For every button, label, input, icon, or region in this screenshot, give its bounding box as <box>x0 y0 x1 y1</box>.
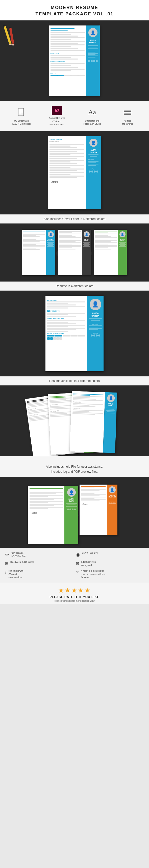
resume-right-panel: 👤 AMIRA GARCIA <box>86 26 100 96</box>
svg-rect-7 <box>124 113 131 115</box>
rl6 <box>51 41 85 42</box>
letter-size-icon <box>16 107 27 118</box>
help-icon: ? <box>76 570 79 576</box>
feature-typography: Aa Character and Paragraph Styles <box>74 105 110 127</box>
svg-rect-5 <box>124 110 131 112</box>
last-preview-section: envato ~ Sarah 👤 <box>0 477 149 548</box>
photo-placeholder: 👤 <box>88 28 97 37</box>
contact-details-label: DETAILS <box>88 159 98 160</box>
bottom-feature-editable: ✏ Fully editable INDESIGN Files. <box>5 551 73 558</box>
feature-layers: All files are layered <box>110 105 145 127</box>
section-header-3: SKILLS <box>51 73 85 74</box>
rl-work-title: WORK EXPERIENCE <box>47 318 85 320</box>
social-icons <box>88 60 98 62</box>
rs-right-2: 👤 ALFEO ORATE <box>82 230 91 275</box>
fanned2-green-card: ~ Sarah 👤 SARAH SMITH <box>28 486 78 544</box>
rl-skills-title: SKILL & INTERESTS <box>47 333 85 335</box>
feature-letter-size: US Letter Size (8.27 x 5.8 Inches) <box>4 105 39 127</box>
section-header-1: EDUCATION <box>51 53 85 54</box>
cover-photo: 👤 <box>89 139 97 147</box>
cover-main-area: AMIRA ARTELL Creative Director <box>48 136 86 209</box>
rl8 <box>51 44 85 45</box>
rs-left-1 <box>22 230 46 275</box>
multi-resume-cards: 👤 AARON MARTINEZ <box>22 230 127 275</box>
bottom-feature-cmyk: ◉ CMYK / 500 DPI <box>76 551 144 558</box>
fanned2-orange-card: ~ Aaron 👤 AARON MARTINEZ <box>80 485 117 535</box>
cover-letter-card: AMIRA ARTELL Creative Director <box>48 136 101 209</box>
rating-title: PLEASE RATE IT IF YOU LIKE <box>2 595 147 599</box>
rating-section: ★★★★★ PLEASE RATE IT IF YOU LIKE click s… <box>0 583 149 604</box>
f2-right-green: 👤 SARAH SMITH <box>64 486 78 544</box>
rl7 <box>51 43 78 44</box>
resume-available-label: Resume available in 4 different colors <box>0 376 149 385</box>
main-preview-section: envato EDUCATION WORK EXPERIENCE <box>0 21 149 101</box>
rl5 <box>51 39 71 40</box>
cover-letter-preview-section: envato AMIRA ARTELL Creative Director <box>0 131 149 214</box>
rl4 <box>51 37 85 38</box>
fc-right-blue: 👤 SARAH SMITH <box>103 392 117 453</box>
feature-typography-label: Character and Paragraph Styles <box>83 119 101 126</box>
interests-icons <box>47 337 85 340</box>
rl12 <box>51 55 85 56</box>
resume-dark: 👤 ALFEO ORATE <box>58 230 91 275</box>
section-header-2: WORK EXPERIENCE <box>51 61 85 63</box>
rl-social-label: SOCIAL <box>91 333 100 334</box>
bottom-feature-help: ? A help file is included for users assi… <box>76 569 144 579</box>
f2-right-orange: 👤 AARON MARTINEZ <box>107 485 117 535</box>
page-header: MODERN RESUME TEMPLATE PACKAGE VOL .01 <box>0 0 149 21</box>
skill-bars <box>51 75 85 76</box>
main-resume-card: EDUCATION WORK EXPERIENCE SKILLS 👤 AMIRA… <box>49 26 100 96</box>
help-files-label: Also includes help File for user assista… <box>0 456 149 477</box>
rl14 <box>51 59 78 60</box>
edit-icon: ✏ <box>5 552 9 557</box>
features-row: US Letter Size (8.27 x 5.8 Inches) Id Co… <box>0 101 149 131</box>
rl9 <box>51 46 71 47</box>
signature: ~ Amira <box>50 180 84 183</box>
cover-social-icons <box>89 170 98 173</box>
rl-photo: 👤 <box>90 299 101 310</box>
rl18 <box>51 69 85 70</box>
svg-rect-6 <box>124 112 131 113</box>
rl13 <box>51 57 71 58</box>
fanned2-cards: ~ Sarah 👤 SARAH SMITH <box>27 482 122 542</box>
bottom-feature-bleed: ⊞ Bleed Area: 0.125 inches <box>5 560 73 567</box>
resume-green: 👤 SARAH SMITH <box>94 230 127 275</box>
page-title: MODERN RESUME TEMPLATE PACKAGE VOL .01 <box>2 4 147 17</box>
rl-contact-label: CONTACT <box>89 323 102 325</box>
resume-left-panel: EDUCATION WORK EXPERIENCE SKILLS <box>49 26 86 96</box>
resume-title-line <box>51 30 68 31</box>
resume-fanned-section: envato EDUCATION EXPERIENCE <box>0 385 149 456</box>
rating-subtitle: click screenshots for more detailed view <box>2 599 147 602</box>
rl-right-panel: 👤 AMIRA GARCIA CONTACT SOCIAL <box>87 296 103 371</box>
crop-icon: ⊞ <box>5 561 8 566</box>
projects-section-header: ✎ PROJECTS <box>47 310 85 312</box>
fanned-cards: EDUCATION EXPERIENCE 👤 AARON MARTINEZ <box>29 391 120 451</box>
rs-left-3 <box>94 230 118 275</box>
pencils-decoration <box>6 24 13 46</box>
resume-4colors-section: envato 👤 AARON <box>0 223 149 281</box>
rl3 <box>51 36 78 37</box>
rs-right-3: 👤 SARAH SMITH <box>118 230 127 275</box>
fanned-blue: EDUCATION EXPERIENCE 👤 SARAH SMITH <box>70 391 117 453</box>
rs-right-1: 👤 AARON MARTINEZ <box>46 230 55 275</box>
resume-available-section: envato EDUCATION ✎ PROJECTS WORK EXPERIE… <box>0 290 149 376</box>
feature-indesign: Id Compatible with CS4 and lower version… <box>39 105 74 127</box>
social-label: SOCIAL <box>89 168 98 170</box>
f2-left: ~ Sarah <box>28 486 64 544</box>
cover-recipient: Creative Director <box>50 141 62 142</box>
rl-education-title: EDUCATION <box>47 300 85 301</box>
f2-left-o: ~ Aaron <box>80 485 107 535</box>
stars-display: ★★★★★ <box>2 587 147 594</box>
rl-left-panel: EDUCATION ✎ PROJECTS WORK EXPERIENCE <box>46 296 87 371</box>
feature-indesign-label: Compatible with CS4 and lower versions <box>49 117 65 126</box>
resume-blue: 👤 AARON MARTINEZ <box>22 230 55 275</box>
bottom-feature-layered: ⊟ INDESIGN files are layered <box>76 560 144 567</box>
resume-name-line <box>51 28 74 29</box>
cover-to-label: AMIRA ARTELL <box>50 139 62 140</box>
rl15 <box>51 63 85 64</box>
typography-icon: Aa <box>87 107 98 118</box>
cover-letter-label: Also includes Cover Letter in 4 differen… <box>0 214 149 223</box>
compatible-icon: / <box>5 570 6 576</box>
fc-left-blue: EDUCATION EXPERIENCE <box>70 391 105 453</box>
rl11 <box>51 50 85 51</box>
